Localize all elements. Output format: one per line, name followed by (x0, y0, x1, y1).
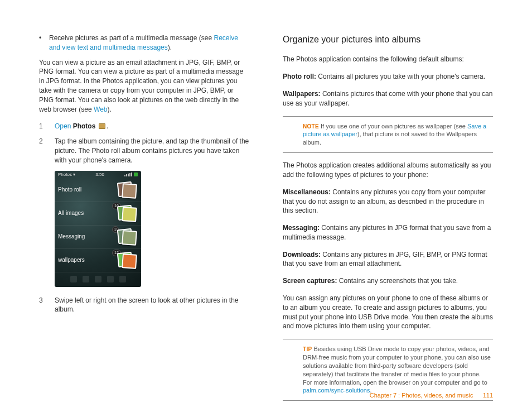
step-3: 3 Swipe left or right on the screen to l… (39, 296, 249, 315)
right-column: Organize your pictures into albums The P… (283, 33, 493, 409)
period: . (107, 122, 108, 130)
album-label: wallpapers (58, 256, 85, 264)
tip-text: Besides using USB Drive mode to copy you… (303, 346, 491, 385)
album-label: Messaging (58, 233, 85, 241)
step-2: 2 Tap the album containing the picture, … (39, 137, 249, 165)
open-link[interactable]: Open (55, 122, 71, 130)
album-label-bold: Downloads: (283, 251, 321, 258)
bullet-item: • Receive pictures as part of a multimed… (39, 33, 249, 52)
phone-app-name: Photos ▾ (58, 171, 75, 178)
para-text: You can view a picture as an email attac… (39, 59, 243, 113)
note-text: If you use one of your own pictures as w… (319, 123, 467, 130)
intro-text: The Photos application contains the foll… (283, 55, 493, 64)
quick-icon (119, 276, 126, 282)
link-sync-solutions[interactable]: palm.com/sync-solutions (303, 387, 370, 394)
album-row-photo-roll[interactable]: Photo roll (55, 179, 141, 202)
thumbnail-front (122, 230, 137, 246)
section-heading: Organize your pictures into albums (283, 33, 493, 46)
left-column: • Receive pictures as part of a multimed… (39, 33, 249, 409)
phone-time: 3:50 (95, 171, 104, 178)
album-row-all-images[interactable]: All images 16 (55, 202, 141, 226)
bullet-text-prefix: Receive pictures as part of a multimedia… (49, 34, 214, 42)
album-screen-captures: Screen captures: Contains any screenshot… (283, 276, 493, 286)
link-web[interactable]: Web (94, 106, 107, 113)
phone-status-bar: Photos ▾ 3:50 (55, 171, 141, 179)
chapter-label: Chapter 7 : Photos, videos, and music (370, 392, 473, 399)
tip-label: TIP (303, 346, 312, 352)
album-desc: Contains any screenshots that you take. (337, 277, 458, 285)
para-text-end: ). (108, 106, 112, 113)
album-misc: Miscellaneous: Contains any pictures you… (283, 188, 493, 215)
battery-icon (134, 173, 138, 176)
page-number: 111 (483, 392, 493, 399)
quick-icon (107, 276, 114, 282)
phone-screenshot: Photos ▾ 3:50 Photo roll All images (55, 171, 249, 287)
thumbnail-front (122, 253, 137, 269)
album-desc: Contains all pictures you take with your… (316, 73, 485, 80)
album-label: All images (58, 209, 84, 217)
step-text: Swipe left or right on the screen to loo… (55, 296, 249, 315)
album-label: Photo roll (58, 186, 81, 194)
thumbnail-front (122, 183, 137, 199)
bullet-text-suffix: ). (168, 44, 172, 51)
step-number: 2 (39, 137, 55, 165)
note-label: NOTE (303, 123, 319, 130)
intro-paragraph: You can view a picture as an email attac… (39, 58, 249, 114)
quick-icon (83, 276, 89, 282)
album-label-bold: Wallpapers: (283, 90, 321, 98)
auto-albums-intro: The Photos application creates additiona… (283, 161, 493, 180)
step-number: 1 (39, 122, 55, 131)
album-photo-roll: Photo roll: Contains all pictures you ta… (283, 72, 493, 82)
album-downloads: Downloads: Contains any pictures in JPG,… (283, 250, 493, 269)
album-label-bold: Miscellaneous: (283, 188, 331, 196)
assign-paragraph: You can assign any pictures on your phon… (283, 294, 493, 331)
quick-icon (70, 276, 77, 282)
step-text: Tap the album containing the picture, an… (55, 137, 249, 165)
photos-app-icon (99, 123, 105, 129)
album-label-bold: Messaging: (283, 224, 320, 232)
quick-launch-bar (55, 275, 141, 284)
album-label-bold: Photo roll: (283, 73, 316, 80)
signal-bars-icon (124, 173, 132, 176)
page-footer: Chapter 7 : Photos, videos, and music 11… (370, 391, 493, 400)
step-1: 1 Open Photos . (39, 122, 249, 131)
thumbnail-front (122, 207, 137, 222)
album-messaging: Messaging: Contains any pictures in JPG … (283, 223, 493, 242)
note-box: NOTE If you use one of your own pictures… (283, 116, 493, 154)
quick-icon (95, 276, 101, 282)
album-label-bold: Screen captures: (283, 277, 337, 285)
step-number: 3 (39, 296, 55, 315)
album-row-messaging[interactable]: Messaging 3 (55, 226, 141, 249)
album-row-wallpapers[interactable]: wallpapers 12 (55, 249, 141, 272)
photos-bold: Photos (73, 122, 96, 130)
album-wallpapers: Wallpapers: Contains pictures that come … (283, 89, 493, 108)
